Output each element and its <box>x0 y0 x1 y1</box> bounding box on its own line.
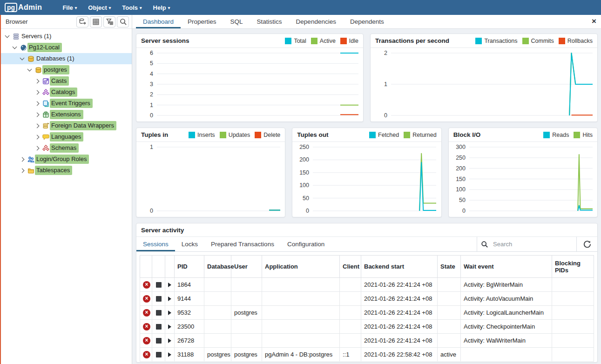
activity-tab-configuration[interactable]: Configuration <box>281 237 331 251</box>
activity-tab-locks[interactable]: Locks <box>175 237 204 251</box>
chevron-right-icon[interactable] <box>20 168 25 173</box>
menu-help[interactable]: Help▾ <box>149 1 175 14</box>
terminate-session-icon[interactable]: × <box>143 281 150 289</box>
terminate-session-icon[interactable]: × <box>143 337 150 344</box>
chevron-right-icon[interactable] <box>35 112 40 117</box>
chevron-right-icon[interactable] <box>35 90 40 94</box>
cell-wait-event: Activity: LogicalLauncherMain <box>461 306 552 320</box>
tab-statistics[interactable]: Statistics <box>250 15 289 28</box>
cancel-query-icon[interactable] <box>156 352 162 357</box>
tab-sql[interactable]: SQL <box>223 15 250 28</box>
cell-client <box>340 334 361 348</box>
legend-returned: Returned <box>404 132 436 138</box>
chevron-right-icon[interactable] <box>35 135 40 139</box>
tree-item-schemas[interactable]: Schemas <box>1 142 132 154</box>
table-row: ×235002021-01-26 22:41:24 +08Activity: C… <box>140 320 594 334</box>
legend-swatch-total <box>285 38 291 44</box>
tablespaces-icon <box>27 167 35 174</box>
terminate-session-icon[interactable]: × <box>143 323 150 330</box>
chevron-right-icon[interactable] <box>35 123 40 128</box>
search-input[interactable] <box>493 241 563 248</box>
tree-item-catalogs[interactable]: Catalogs <box>1 87 132 98</box>
activity-tab-prepared-transactions[interactable]: Prepared Transactions <box>204 237 281 251</box>
chevron-down-icon[interactable] <box>27 67 32 72</box>
expand-row-icon[interactable] <box>168 297 171 301</box>
legend-label: Delete <box>263 132 280 138</box>
chart-legend: ReadsHits <box>539 132 593 138</box>
refresh-button[interactable] <box>577 237 597 251</box>
chart-title: Block I/O <box>453 131 481 138</box>
tree-item-login-group-roles[interactable]: Login/Group Roles <box>1 154 132 165</box>
close-panel-icon[interactable]: × <box>592 17 596 26</box>
expand-row-icon[interactable] <box>168 310 171 315</box>
expand-row-icon[interactable] <box>168 352 171 357</box>
cancel-query-icon[interactable] <box>156 338 162 344</box>
chart-title: Tuples in <box>141 131 168 138</box>
expand-row-icon[interactable] <box>168 283 171 287</box>
svg-text:50: 50 <box>459 197 466 203</box>
chevron-right-icon[interactable] <box>35 146 40 150</box>
menu-object[interactable]: Object▾ <box>83 1 115 14</box>
menu-file[interactable]: File▾ <box>58 1 81 14</box>
cancel-query-icon[interactable] <box>156 282 162 288</box>
terminate-session-icon[interactable]: × <box>143 295 150 303</box>
tree-item-label: postgres <box>42 65 69 74</box>
cell-pid: 9532 <box>175 306 204 320</box>
cancel-query-icon[interactable] <box>156 324 162 330</box>
expand-row-icon[interactable] <box>168 324 171 329</box>
tree-item-languages[interactable]: Languages <box>1 131 132 142</box>
dashboard-content: Server sessionsTotalActiveIdle0123456Tra… <box>132 29 601 364</box>
menu-label: Object <box>88 4 107 11</box>
table-row: ×267282021-01-26 22:41:24 +08Activity: W… <box>140 334 594 348</box>
tree-item-postgres[interactable]: postgres <box>1 64 132 75</box>
terminate-session-icon[interactable]: × <box>143 309 150 317</box>
svg-text:4: 4 <box>150 71 153 77</box>
svg-text:200: 200 <box>456 165 466 172</box>
tree-item-extensions[interactable]: Extensions <box>1 109 132 120</box>
toolbar-button-database-quick-search-icon[interactable] <box>76 16 88 27</box>
database-icon <box>35 66 42 74</box>
legend-swatch-rollbacks <box>559 38 565 44</box>
tree-item-foreign-data-wrappers[interactable]: Foreign Data Wrappers <box>1 120 132 131</box>
tree-item-databases-1[interactable]: Databases (1) <box>1 53 132 64</box>
cancel-query-icon[interactable] <box>156 296 162 302</box>
chevron-right-icon[interactable] <box>35 79 40 83</box>
tree-item-label: Servers (1) <box>20 32 54 41</box>
cell-client <box>340 292 361 306</box>
cell-application <box>262 292 340 306</box>
cell-application <box>262 334 340 348</box>
cell-terminate: × <box>140 292 152 306</box>
tree-item-servers-1[interactable]: Servers (1) <box>1 31 132 42</box>
activity-tab-sessions[interactable]: Sessions <box>136 237 175 251</box>
toolbar-button-grid-icon[interactable] <box>90 16 102 27</box>
expand-row-icon[interactable] <box>168 338 171 343</box>
chevron-down-icon[interactable] <box>5 34 10 38</box>
tab-properties[interactable]: Properties <box>181 15 223 28</box>
toolbar-button-search-icon[interactable] <box>117 16 129 27</box>
cancel-query-icon[interactable] <box>156 310 162 316</box>
col-header-user: User <box>231 256 262 278</box>
tree-item-pg12-local[interactable]: Pg12-Local <box>1 42 132 53</box>
tab-dependents[interactable]: Dependents <box>343 15 391 28</box>
chevron-down-icon[interactable] <box>13 45 17 49</box>
cell-backend-start: 2021-01-26 22:41:24 +08 <box>361 320 438 334</box>
chart-header-transactions_per_second: Transactions per secondTransactionsCommi… <box>371 34 597 48</box>
chevron-right-icon[interactable] <box>35 101 40 106</box>
tree-item-event-triggers[interactable]: Event Triggers <box>1 98 132 109</box>
legend-label: Updates <box>229 132 250 138</box>
chart-title: Server sessions <box>141 37 189 44</box>
terminate-session-icon[interactable]: × <box>143 351 150 358</box>
chart-plot-tuples_out: 050100150200250 <box>292 142 441 217</box>
svg-text:3: 3 <box>150 81 153 88</box>
tab-dashboard[interactable]: Dashboard <box>136 15 181 28</box>
tree-item-tablespaces[interactable]: Tablespaces <box>1 165 132 176</box>
chart-legend: TransactionsCommitsRollbacks <box>471 38 593 44</box>
toolbar-button-filter-icon[interactable] <box>103 16 115 27</box>
browser-toolbar <box>76 16 129 27</box>
cell-cancel <box>152 334 165 348</box>
tree-item-casts[interactable]: Casts <box>1 75 132 87</box>
chevron-down-icon[interactable] <box>20 56 25 61</box>
tab-dependencies[interactable]: Dependencies <box>289 15 343 28</box>
chevron-right-icon[interactable] <box>20 157 25 162</box>
menu-tools[interactable]: Tools▾ <box>117 1 146 14</box>
